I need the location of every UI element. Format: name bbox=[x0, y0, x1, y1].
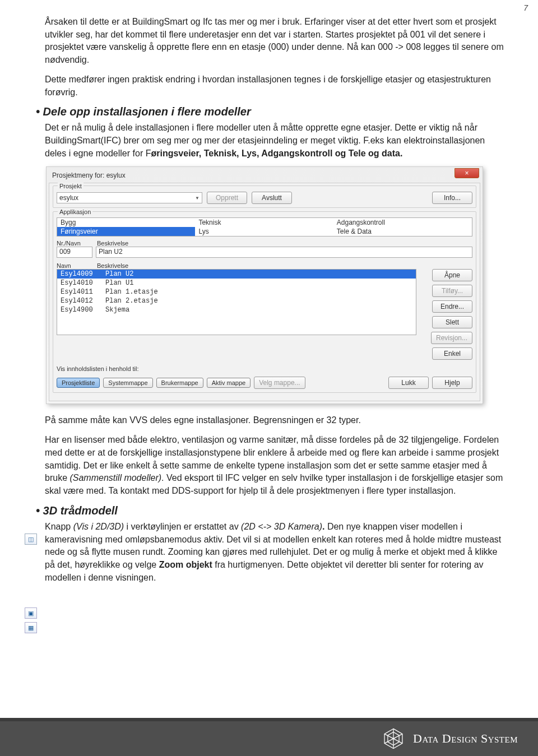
file-desc: Plan 2.etasje bbox=[105, 297, 158, 305]
button-velgmappe[interactable]: Velg mappe... bbox=[254, 377, 305, 389]
toggle-prosjektliste[interactable]: Prosjektliste bbox=[57, 378, 100, 388]
vis-label: Vis innholdslisten i henhold til: bbox=[57, 365, 472, 372]
s2em1: (Vis i 2D/3D) bbox=[73, 522, 124, 531]
file-desc: Plan 1.etasje bbox=[105, 288, 158, 296]
toggle-systemmappe[interactable]: Systemmappe bbox=[103, 378, 152, 388]
app-item-tele-data[interactable]: Tele & Data bbox=[333, 227, 471, 236]
button-opprett[interactable]: Opprett bbox=[207, 192, 247, 204]
file-desc: Plan U1 bbox=[105, 279, 133, 287]
close-button[interactable]: × bbox=[454, 168, 479, 178]
s2b: i verktøylinjen er erstattet av bbox=[124, 522, 241, 531]
file-row[interactable]: Esyl4010Plan U1 bbox=[57, 279, 416, 287]
button-slett[interactable]: Slett bbox=[432, 316, 472, 328]
button-lukk[interactable]: Lukk bbox=[388, 377, 429, 389]
dialog-prosjektmeny: Prosjektmeny for: esylux × Prosjekt esyl… bbox=[46, 166, 483, 404]
button-hjelp[interactable]: Hjelp bbox=[432, 377, 472, 389]
file-name: Esyl4010 bbox=[61, 279, 105, 287]
button-endre[interactable]: Endre... bbox=[432, 300, 472, 313]
hdr2-beskrivelse: Beskrivelse bbox=[97, 262, 128, 269]
sammenstill-icon: ◫ bbox=[25, 534, 37, 545]
paragraph-sec1: Det er nå mulig å dele installasjonen i … bbox=[45, 122, 504, 160]
input-nr[interactable]: 009 bbox=[57, 247, 92, 258]
file-row[interactable]: Esyl4009Plan U2 bbox=[57, 270, 416, 279]
button-avslutt[interactable]: Avslutt bbox=[252, 192, 292, 204]
paragraph-after-1: På samme måte kan VVS deles egne install… bbox=[45, 414, 504, 427]
file-row[interactable]: Esyl4011Plan 1.etasje bbox=[57, 287, 416, 296]
s2em2: (2D <-> 3D Kamera) bbox=[241, 522, 322, 531]
button-info[interactable]: Info... bbox=[432, 192, 472, 204]
app-item-bygg[interactable]: Bygg bbox=[57, 218, 195, 227]
app-item-foringsveier[interactable]: Føringsveier bbox=[57, 227, 195, 236]
view-2d3d-icon: ▣ bbox=[25, 607, 37, 619]
toggle-brukermappe[interactable]: Brukermappe bbox=[156, 378, 203, 388]
paragraph-intro-2: Dette medfører ingen praktisk endring i … bbox=[45, 73, 504, 99]
paragraph-sec2: Knapp (Vis i 2D/3D) i verktøylinjen er e… bbox=[45, 521, 504, 585]
footer-brand: Data Design System bbox=[413, 731, 518, 746]
button-revisjon[interactable]: Revisjon... bbox=[431, 332, 472, 344]
input-beskrivelse[interactable]: Plan U2 bbox=[96, 247, 472, 258]
dialog-title: Prosjektmeny for: esylux bbox=[52, 171, 126, 179]
combo-value: esylux bbox=[59, 194, 78, 202]
logo-icon bbox=[382, 727, 405, 750]
sec1-text-bold: øringsveier, Teknisk, Lys, Adgangskontro… bbox=[151, 149, 402, 158]
view-camera-icon: ▦ bbox=[25, 622, 37, 633]
s2a: Knapp bbox=[45, 522, 73, 531]
file-name: Esyl4900 bbox=[61, 306, 105, 314]
file-list[interactable]: Esyl4009Plan U2 Esyl4010Plan U1 Esyl4011… bbox=[57, 269, 416, 335]
hdr2-navn: Navn bbox=[57, 262, 97, 269]
s2dot: . bbox=[322, 522, 327, 531]
s2bold: Zoom objekt bbox=[159, 560, 212, 569]
file-desc: Skjema bbox=[105, 306, 129, 314]
paragraph-intro-1: Årsaken til dette er at BuildingSmart og… bbox=[45, 16, 504, 67]
file-name: Esyl4009 bbox=[61, 270, 105, 278]
toggle-aktivmappe[interactable]: Aktiv mappe bbox=[207, 378, 251, 388]
paragraph-after-2: Har en lisenser med både elektro, ventil… bbox=[45, 434, 504, 498]
button-enkel[interactable]: Enkel bbox=[432, 347, 472, 360]
app-item-teknisk[interactable]: Teknisk bbox=[195, 218, 333, 227]
para2-em: (Sammenstill modeller) bbox=[69, 473, 161, 483]
file-desc: Plan U2 bbox=[105, 270, 133, 278]
app-item-adgangskontroll[interactable]: Adgangskontroll bbox=[333, 218, 471, 227]
group-label-prosjekt: Prosjekt bbox=[58, 183, 84, 189]
application-list[interactable]: Bygg Føringsveier Teknisk Lys Adgangskon… bbox=[57, 217, 472, 236]
file-name: Esyl4012 bbox=[61, 297, 105, 305]
hdr-nrnavn: Nr./Navn bbox=[57, 240, 97, 247]
heading-dele-opp: Dele opp installasjonen i flere modeller bbox=[36, 105, 504, 118]
group-label-applikasjon: Applikasjon bbox=[58, 208, 92, 215]
page-number: 7 bbox=[523, 3, 528, 12]
footer: Data Design System bbox=[0, 718, 538, 756]
button-tilfoy[interactable]: Tilføy... bbox=[432, 285, 472, 297]
file-name: Esyl4011 bbox=[61, 288, 105, 296]
button-apne[interactable]: Åpne bbox=[432, 269, 472, 281]
file-row[interactable]: Esyl4012Plan 2.etasje bbox=[57, 296, 416, 305]
heading-3d-tradmodell: 3D trådmodell bbox=[36, 504, 504, 517]
file-row[interactable]: Esyl4900Skjema bbox=[57, 305, 416, 314]
app-item-lys[interactable]: Lys bbox=[195, 227, 333, 236]
hdr-beskrivelse: Beskrivelse bbox=[97, 240, 128, 247]
chevron-down-icon: ▼ bbox=[195, 196, 200, 201]
combo-prosjekt[interactable]: esylux ▼ bbox=[57, 192, 202, 203]
